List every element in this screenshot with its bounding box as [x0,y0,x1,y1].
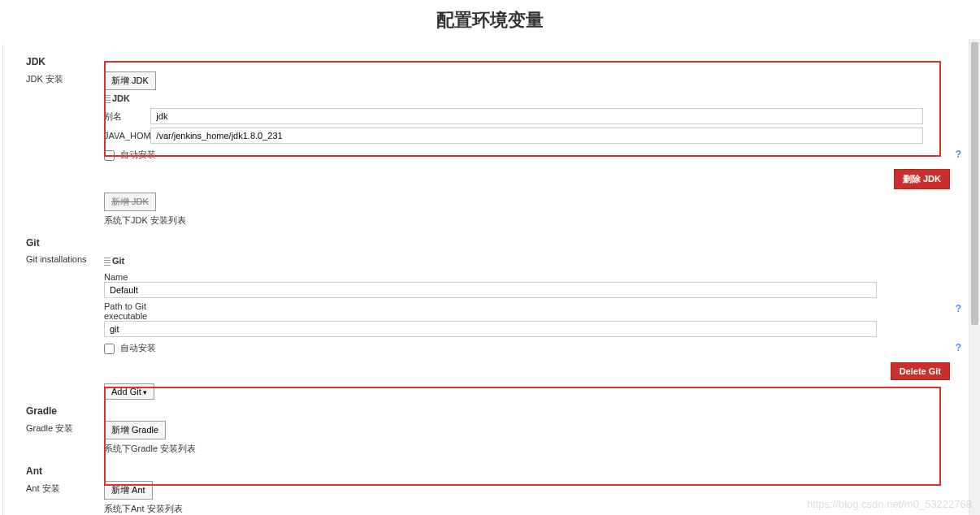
delete-git-button[interactable]: Delete Git [891,362,950,380]
jdk-alias-label: 别名 [104,110,148,123]
scrollbar[interactable] [969,39,980,515]
config-panel: JDK JDK 安装 新增 JDK JDK 别名 JAVA_HOME 自动安装 … [2,45,970,515]
git-auto-install-label: 自动安装 [120,343,156,353]
jdk-auto-install-checkbox[interactable] [104,150,115,161]
add-jdk-button[interactable]: 新增 JDK [104,71,156,90]
ant-install-label: Ant 安装 [26,479,104,495]
git-tool-title: Git [112,256,124,266]
drag-icon[interactable] [104,95,111,103]
jdk-alias-input[interactable] [150,108,923,124]
gradle-install-label: Gradle 安装 [26,419,104,435]
jdk-home-label: JAVA_HOME [104,131,148,141]
drag-icon[interactable] [104,258,111,266]
add-jdk-button-2[interactable]: 新增 JDK [104,193,156,211]
git-header: Git [26,234,950,250]
jdk-home-input[interactable] [150,128,923,144]
git-name-input[interactable] [104,282,877,298]
gradle-header: Gradle [26,402,950,418]
git-path-label: Path to Git executable [104,301,176,321]
page-title: 配置环境变量 [0,0,980,45]
jdk-tool-title: JDK [112,93,130,103]
jdk-list-desc: 系统下JDK 安装列表 [104,213,950,233]
help-icon[interactable]: ? [956,342,961,353]
jdk-auto-install-label: 自动安装 [120,149,156,159]
jdk-install-label: JDK 安装 [26,70,104,85]
delete-jdk-button[interactable]: 删除 JDK [894,169,950,189]
git-name-label: Name [104,272,176,282]
jdk-header: JDK [26,53,950,69]
gradle-list-desc: 系统下Gradle 安装列表 [104,441,950,461]
git-auto-install-checkbox[interactable] [104,344,115,354]
add-ant-button[interactable]: 新增 Ant [104,481,153,500]
scrollbar-thumb[interactable] [971,42,978,325]
git-path-input[interactable] [104,321,877,337]
add-gradle-button[interactable]: 新增 Gradle [104,421,166,439]
ant-list-desc: 系统下Ant 安装列表 [104,501,950,515]
ant-header: Ant [26,462,950,478]
add-git-button[interactable]: Add Git [104,383,154,400]
git-install-label: Git installations [26,251,104,264]
help-icon[interactable]: ? [956,149,961,160]
help-icon[interactable]: ? [956,303,961,314]
